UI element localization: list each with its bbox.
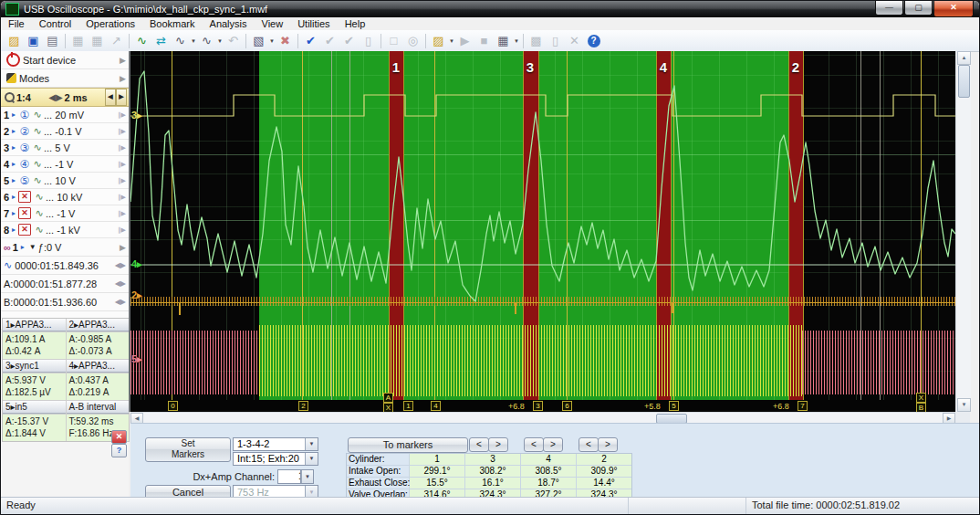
ruler-marker-6[interactable]: 6 — [562, 401, 572, 411]
maximize-button[interactable]: ▢ — [904, 1, 933, 16]
axis-label-ch2[interactable]: 2▸ — [131, 289, 142, 301]
measure-header-2[interactable]: 2▸APPA3... — [67, 319, 130, 331]
measure-header-1[interactable]: 1▸APPA3... — [3, 319, 66, 331]
close-panel-button[interactable]: ✕ — [111, 430, 127, 444]
menu-file[interactable]: File — [1, 17, 32, 30]
time-spin-icon[interactable]: ◀▶ — [115, 279, 126, 288]
firing-order-select[interactable]: 1-3-4-2▼ — [233, 437, 318, 451]
delete-icon[interactable]: ✕ — [565, 32, 584, 49]
ruler-marker-x1[interactable]: X — [383, 403, 393, 412]
marquee-icon[interactable]: □ — [384, 32, 403, 49]
stop-icon[interactable]: ■ — [474, 32, 494, 49]
measure-header-3[interactable]: 3▸sync1 — [3, 360, 66, 373]
ruler-marker-5[interactable]: 5 — [669, 401, 679, 411]
check-grey2-icon[interactable]: ✔ — [339, 32, 359, 49]
axis-label-ch5[interactable]: 5▸ — [131, 353, 142, 365]
channel-options-icon[interactable]: ∥▶ — [118, 128, 126, 135]
help-icon[interactable]: ? — [588, 35, 600, 47]
ruler-marker-b[interactable]: B — [916, 403, 926, 412]
channel-options-icon[interactable]: ∥▶ — [118, 111, 126, 119]
copy-icon[interactable]: ▦ — [88, 32, 107, 49]
cyl3-prev-button[interactable]: < — [469, 437, 489, 452]
dropdown-arrow-icon[interactable]: ▼ — [301, 470, 313, 483]
wave-prev-caret-icon[interactable]: ▼ — [190, 38, 197, 44]
panel-help-button[interactable]: ? — [111, 444, 127, 457]
channel-row-7[interactable]: 7▸ ✕ ∿ ... -1 V ∥▶ — [1, 205, 129, 222]
play-icon[interactable]: ▶ — [455, 32, 474, 49]
export-icon[interactable]: ↗ — [107, 32, 126, 49]
channel-options-icon[interactable]: ∥▶ — [118, 210, 126, 217]
start-device-button[interactable]: Start device ▶ — [1, 51, 129, 69]
ruler-marker-a[interactable]: A — [383, 393, 393, 403]
dx-amp-channel-dropdown[interactable]: ▼ — [300, 469, 314, 484]
channel-row-4[interactable]: 4▸ ④ ∿ ... -1 V ∥▶ — [1, 156, 129, 173]
channel-row-2[interactable]: 2▸ ② ∿ ... -0.1 V ∥▶ — [1, 123, 129, 140]
find-icon[interactable]: ◎ — [403, 32, 422, 49]
time-spin-icon[interactable]: ◀▶ — [115, 261, 126, 269]
ruler-marker-x2[interactable]: X — [916, 393, 926, 403]
doc-icon[interactable]: ▯ — [546, 32, 565, 49]
channel-options-icon[interactable]: ∥▶ — [118, 161, 126, 168]
dropdown-arrow-icon[interactable]: ▼ — [305, 453, 318, 465]
measure-header-5[interactable]: 5▸in5 — [3, 401, 66, 414]
keyboard-icon[interactable]: ▦ — [494, 32, 513, 49]
axis-label-ch4[interactable]: 4▸ — [131, 258, 142, 270]
time-ruler[interactable] — [130, 400, 955, 412]
vertical-scroll-thumb[interactable] — [958, 65, 970, 98]
menu-help[interactable]: Help — [338, 17, 373, 30]
folder-device-icon[interactable]: ▨ — [429, 32, 448, 49]
check-grey1-icon[interactable]: ✔ — [320, 32, 339, 49]
menu-utilities[interactable]: Utilities — [290, 17, 337, 30]
chart-view-caret-icon[interactable]: ▼ — [268, 38, 276, 44]
oscilloscope-plot[interactable]: 1 3 4 2 3▸ 4▸ 2▸ 5▸ 0 2 A X 1 4 +6.8 3 6… — [130, 51, 955, 412]
wave-next-caret-icon[interactable]: ▼ — [216, 38, 224, 44]
cursor-time-row[interactable]: ∿ 0000:01:51.849.36 ◀▶ — [1, 257, 129, 275]
title-bar[interactable]: USB Oscilloscope - G:\mimio\dx_hall_ckp_… — [1, 1, 979, 17]
save-icon[interactable]: ▣ — [24, 32, 43, 49]
set-markers-button[interactable]: SetMarkers — [145, 437, 231, 462]
intake-exhaust-select[interactable]: Int:15; Exh:20▼ — [233, 452, 318, 466]
signal-icon[interactable]: ∿ — [132, 32, 151, 49]
menu-view[interactable]: View — [255, 17, 291, 30]
channel-row-8[interactable]: 8▸ ✕ ∿ ... -1 kV ∥▶ — [1, 222, 129, 238]
folder-device-caret-icon[interactable]: ▼ — [448, 38, 455, 44]
ruler-marker-1[interactable]: 1 — [403, 401, 413, 411]
channel-options-icon[interactable]: ∥▶ — [118, 177, 126, 184]
ruler-marker-2[interactable]: 2 — [298, 401, 308, 411]
pan-icon[interactable]: ⇄ — [151, 32, 171, 49]
ruler-marker-7[interactable]: 7 — [798, 401, 808, 411]
open-file-icon[interactable]: ▨ — [5, 32, 24, 49]
sweep-decrease-button[interactable]: ◀ — [105, 89, 116, 106]
copy-frame-icon[interactable]: ▦ — [68, 32, 88, 49]
undo-icon[interactable]: ↶ — [224, 32, 243, 49]
scroll-up-icon[interactable]: ▲ — [957, 51, 971, 65]
image-icon[interactable]: ▩ — [526, 32, 546, 49]
minimize-button[interactable]: — — [875, 1, 903, 16]
cyl4-prev-button[interactable]: < — [524, 437, 544, 452]
channel-row-6[interactable]: 6▸ ✕ ∿ ... 10 kV ∥▶ — [1, 189, 129, 205]
menu-bookmark[interactable]: Bookmark — [142, 17, 203, 30]
modes-button[interactable]: Modes ▶ — [1, 69, 129, 88]
axis-label-ch3[interactable]: 3▸ — [131, 110, 142, 121]
cyl2-prev-button[interactable]: < — [579, 437, 599, 452]
marker-a-row[interactable]: A:0000:01:51.877.28 ◀▶ — [1, 275, 129, 293]
time-spin-icon[interactable]: ◀▶ — [115, 298, 126, 306]
zoom-sweep-control[interactable]: 1:4 ◀▶ 2 ms ◀ ▶ — [1, 88, 129, 107]
scroll-down-icon[interactable]: ▼ — [957, 398, 971, 412]
menu-operations[interactable]: Operations — [78, 17, 142, 30]
vertical-scrollbar[interactable]: ▲ ▼ — [955, 51, 971, 412]
menu-analysis[interactable]: Analysis — [203, 17, 255, 30]
chart-view-icon[interactable]: ▧ — [249, 32, 268, 49]
channel-row-5[interactable]: 5▸ ⑤ ∿ ... 10 V ∥▶ — [1, 173, 129, 189]
ruler-marker-4[interactable]: 4 — [431, 401, 441, 411]
to-markers-button[interactable]: To markers — [348, 437, 468, 453]
channel-options-icon[interactable]: ∥▶ — [118, 194, 126, 201]
menu-control[interactable]: Control — [32, 17, 78, 30]
cyl4-next-button[interactable]: > — [543, 437, 563, 452]
trigger-row[interactable]: ∞ 1 ▸ ▼ ƒ:0 V ▶ — [1, 238, 129, 257]
cyl2-next-button[interactable]: > — [598, 437, 618, 452]
ruler-marker-0[interactable]: 0 — [168, 401, 178, 411]
wave-next-icon[interactable]: ∿ — [197, 32, 216, 49]
channel-options-icon[interactable]: ∥▶ — [118, 226, 126, 234]
print-icon[interactable]: ▤ — [43, 32, 62, 49]
